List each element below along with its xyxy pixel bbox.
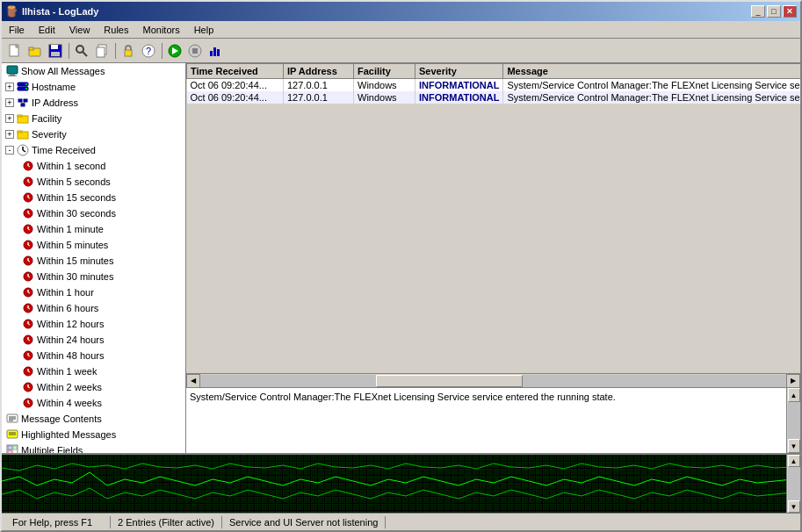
- menu-monitors[interactable]: Monitors: [135, 23, 186, 37]
- col-severity[interactable]: Severity: [415, 64, 503, 79]
- toggle-ip[interactable]: +: [5, 98, 14, 107]
- svg-rect-29: [24, 99, 27, 102]
- detail-scroll-track[interactable]: [788, 402, 800, 439]
- table-row[interactable]: Oct 06 09:20:44... 127.0.0.1 Windows INF…: [187, 91, 801, 104]
- menu-edit[interactable]: Edit: [32, 23, 62, 37]
- maximize-button[interactable]: □: [767, 5, 781, 18]
- tree-item-within-12h[interactable]: Within 12 hours: [2, 316, 185, 332]
- cell-severity-2: INFORMATIONAL: [415, 91, 503, 104]
- close-button[interactable]: ✕: [783, 5, 797, 18]
- chart-vscrollbar[interactable]: ▲ ▼: [786, 455, 800, 513]
- tree-item-within-30m[interactable]: Within 30 minutes: [2, 269, 185, 284]
- svg-rect-10: [97, 47, 105, 57]
- server-icon: [16, 80, 30, 94]
- svg-rect-97: [13, 446, 17, 449]
- tree-item-highlighted[interactable]: Highlighted Messages: [2, 427, 185, 442]
- col-ip-address[interactable]: IP Address: [284, 64, 354, 79]
- help-button[interactable]: ?: [139, 41, 158, 61]
- menu-rules[interactable]: Rules: [97, 23, 135, 37]
- tree-item-within-1w[interactable]: Within 1 week: [2, 363, 185, 379]
- copy-button[interactable]: [92, 41, 112, 61]
- lock-button[interactable]: [119, 41, 138, 61]
- chart-scroll-track[interactable]: [788, 467, 800, 500]
- stop-button[interactable]: [185, 41, 205, 61]
- go-button[interactable]: [165, 41, 184, 61]
- time-children: Within 1 second Within 5 seconds Within …: [2, 158, 185, 411]
- tree-item-within-1h[interactable]: Within 1 hour: [2, 284, 185, 300]
- open-button[interactable]: [25, 41, 45, 61]
- tree-item-within-6h[interactable]: Within 6 hours: [2, 300, 185, 316]
- timer-2w-icon: [21, 380, 35, 394]
- cell-time-2: Oct 06 09:20:44...: [187, 91, 284, 104]
- tree-item-show-all[interactable]: Show All Messages: [2, 63, 185, 79]
- timer-6h-icon: [21, 301, 35, 315]
- status-server: Service and UI Server not listening: [222, 516, 386, 528]
- tree-item-within-48h[interactable]: Within 48 hours: [2, 348, 185, 363]
- svg-rect-20: [217, 49, 220, 56]
- chart-area: ▲ ▼: [2, 453, 800, 513]
- menu-file[interactable]: File: [2, 23, 32, 37]
- folder-severity-icon: [16, 127, 30, 141]
- find-button[interactable]: [72, 41, 91, 61]
- tree-label-5s: Within 5 seconds: [37, 176, 111, 187]
- col-facility[interactable]: Facility: [354, 64, 415, 79]
- toggle-facility[interactable]: +: [5, 114, 14, 123]
- toggle-severity[interactable]: +: [5, 130, 14, 139]
- timer-24h-icon: [21, 333, 35, 347]
- chart-scroll-up[interactable]: ▲: [788, 455, 800, 467]
- tree-label-time: Time Received: [32, 145, 96, 155]
- table-wrapper[interactable]: Time Received IP Address Facility Severi…: [186, 63, 800, 373]
- chart-grid: [2, 455, 786, 513]
- tree-label-show-all: Show All Messages: [21, 66, 105, 76]
- tree-item-multiple-fields[interactable]: Multiple Fields: [2, 442, 185, 453]
- chart-button[interactable]: [206, 41, 225, 61]
- tree-item-within-5m[interactable]: Within 5 minutes: [2, 237, 185, 253]
- detail-scroll-down[interactable]: ▼: [788, 439, 800, 453]
- detail-scroll-up[interactable]: ▲: [788, 388, 800, 402]
- tree-item-time-received[interactable]: - Time Received: [2, 142, 185, 158]
- tree-item-ip[interactable]: + IP Address: [2, 95, 185, 111]
- tree-item-hostname[interactable]: + Hostname: [2, 79, 185, 95]
- table-row[interactable]: Oct 06 09:20:44... 127.0.0.1 Windows INF…: [187, 79, 801, 92]
- tree-item-within-1s[interactable]: Within 1 second: [2, 158, 185, 174]
- col-message[interactable]: Message: [503, 64, 800, 79]
- svg-rect-17: [192, 48, 198, 54]
- horizontal-scrollbar[interactable]: ◀ ▶: [186, 373, 800, 387]
- timer-1w-icon: [21, 364, 35, 378]
- tree-item-within-1m[interactable]: Within 1 minute: [2, 221, 185, 237]
- tree-item-facility[interactable]: + Facility: [2, 111, 185, 126]
- tree-label-48h: Within 48 hours: [37, 350, 104, 361]
- tree-item-within-15m[interactable]: Within 15 minutes: [2, 253, 185, 269]
- timer-15m-icon: [21, 254, 35, 268]
- menu-view[interactable]: View: [62, 23, 98, 37]
- tree-item-within-24h[interactable]: Within 24 hours: [2, 332, 185, 348]
- tree-item-severity[interactable]: + Severity: [2, 126, 185, 142]
- toolbar: ?: [2, 39, 800, 63]
- toggle-hostname[interactable]: +: [5, 83, 14, 91]
- chart-scroll-down[interactable]: ▼: [788, 500, 800, 513]
- minimize-button[interactable]: _: [751, 5, 765, 18]
- tree-item-within-5s[interactable]: Within 5 seconds: [2, 174, 185, 190]
- scroll-left-button[interactable]: ◀: [186, 374, 200, 388]
- toggle-time-received[interactable]: -: [5, 146, 14, 155]
- scroll-right-button[interactable]: ▶: [786, 374, 800, 388]
- tree-item-message-contents[interactable]: Message Contents: [2, 411, 185, 427]
- tree-item-within-15s[interactable]: Within 15 seconds: [2, 190, 185, 205]
- network-icon: [16, 96, 30, 110]
- detail-vscrollbar[interactable]: ▲ ▼: [786, 388, 800, 453]
- svg-rect-36: [18, 131, 22, 133]
- scroll-track[interactable]: [200, 375, 786, 387]
- tree-label-highlighted: Highlighted Messages: [21, 429, 116, 440]
- scroll-thumb[interactable]: [376, 375, 523, 387]
- chart-svg: [2, 455, 786, 513]
- tree-item-within-2w[interactable]: Within 2 weeks: [2, 379, 185, 395]
- tree-item-within-4w[interactable]: Within 4 weeks: [2, 395, 185, 411]
- col-time-received[interactable]: Time Received: [187, 64, 284, 79]
- timer-5s-icon: [21, 175, 35, 189]
- right-panel: Time Received IP Address Facility Severi…: [186, 63, 800, 453]
- new-button[interactable]: [5, 41, 25, 61]
- save-button[interactable]: [46, 41, 65, 61]
- tree-item-within-30s[interactable]: Within 30 seconds: [2, 205, 185, 221]
- svg-line-8: [83, 52, 87, 56]
- menu-help[interactable]: Help: [187, 23, 221, 37]
